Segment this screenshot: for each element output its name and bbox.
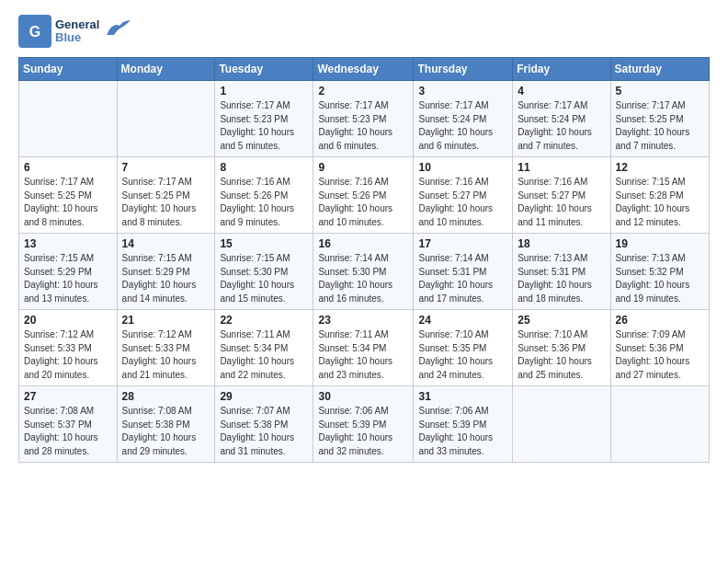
weekday-header-thursday: Thursday — [414, 58, 513, 81]
day-info: Sunrise: 7:15 AM Sunset: 5:29 PM Dayligh… — [24, 252, 112, 305]
calendar-cell: 29Sunrise: 7:07 AM Sunset: 5:38 PM Dayli… — [215, 386, 313, 463]
calendar-cell: 12Sunrise: 7:15 AM Sunset: 5:28 PM Dayli… — [610, 157, 709, 234]
day-number: 19 — [616, 237, 704, 250]
calendar-cell: 30Sunrise: 7:06 AM Sunset: 5:39 PM Dayli… — [313, 386, 414, 463]
calendar-cell: 11Sunrise: 7:16 AM Sunset: 5:27 PM Dayli… — [513, 157, 610, 234]
day-info: Sunrise: 7:17 AM Sunset: 5:24 PM Dayligh… — [518, 99, 605, 153]
day-info: Sunrise: 7:08 AM Sunset: 5:37 PM Dayligh… — [24, 405, 112, 458]
calendar-cell: 27Sunrise: 7:08 AM Sunset: 5:37 PM Dayli… — [19, 386, 118, 463]
calendar-cell: 22Sunrise: 7:11 AM Sunset: 5:34 PM Dayli… — [215, 310, 313, 386]
day-number: 14 — [122, 237, 210, 250]
day-number: 12 — [616, 161, 704, 174]
day-info: Sunrise: 7:12 AM Sunset: 5:33 PM Dayligh… — [122, 328, 210, 382]
day-info: Sunrise: 7:15 AM Sunset: 5:29 PM Dayligh… — [122, 252, 210, 305]
calendar-cell: 28Sunrise: 7:08 AM Sunset: 5:38 PM Dayli… — [117, 386, 215, 463]
day-info: Sunrise: 7:17 AM Sunset: 5:25 PM Dayligh… — [24, 176, 112, 229]
calendar-cell: 31Sunrise: 7:06 AM Sunset: 5:39 PM Dayli… — [414, 386, 513, 463]
calendar-cell: 14Sunrise: 7:15 AM Sunset: 5:29 PM Dayli… — [117, 234, 215, 310]
day-number: 31 — [418, 390, 507, 403]
calendar-cell: 25Sunrise: 7:10 AM Sunset: 5:36 PM Dayli… — [513, 310, 610, 386]
calendar-cell: 5Sunrise: 7:17 AM Sunset: 5:25 PM Daylig… — [610, 81, 709, 157]
day-info: Sunrise: 7:17 AM Sunset: 5:25 PM Dayligh… — [616, 99, 704, 153]
day-info: Sunrise: 7:13 AM Sunset: 5:32 PM Dayligh… — [616, 252, 704, 305]
calendar-cell: 17Sunrise: 7:14 AM Sunset: 5:31 PM Dayli… — [414, 234, 513, 310]
calendar-cell: 1Sunrise: 7:17 AM Sunset: 5:23 PM Daylig… — [215, 81, 313, 157]
day-info: Sunrise: 7:17 AM Sunset: 5:23 PM Dayligh… — [318, 99, 408, 153]
calendar-cell: 26Sunrise: 7:09 AM Sunset: 5:36 PM Dayli… — [610, 310, 709, 386]
day-number: 29 — [220, 390, 308, 403]
day-number: 3 — [418, 85, 507, 98]
calendar-cell: 6Sunrise: 7:17 AM Sunset: 5:25 PM Daylig… — [19, 157, 118, 234]
day-info: Sunrise: 7:12 AM Sunset: 5:33 PM Dayligh… — [24, 328, 112, 382]
day-info: Sunrise: 7:07 AM Sunset: 5:38 PM Dayligh… — [220, 405, 308, 458]
day-number: 7 — [122, 161, 210, 174]
svg-text:G: G — [29, 24, 40, 40]
day-info: Sunrise: 7:14 AM Sunset: 5:31 PM Dayligh… — [418, 252, 507, 305]
day-number: 25 — [518, 314, 605, 327]
calendar-cell: 19Sunrise: 7:13 AM Sunset: 5:32 PM Dayli… — [610, 234, 709, 310]
calendar-cell — [513, 386, 610, 463]
day-info: Sunrise: 7:10 AM Sunset: 5:35 PM Dayligh… — [418, 328, 507, 382]
day-info: Sunrise: 7:06 AM Sunset: 5:39 PM Dayligh… — [418, 405, 507, 458]
day-info: Sunrise: 7:06 AM Sunset: 5:39 PM Dayligh… — [318, 405, 408, 458]
calendar-cell — [19, 81, 118, 157]
calendar-cell: 4Sunrise: 7:17 AM Sunset: 5:24 PM Daylig… — [513, 81, 610, 157]
page-header: G General Blue — [18, 15, 710, 48]
weekday-header-friday: Friday — [513, 58, 610, 81]
day-number: 4 — [518, 85, 605, 98]
calendar-cell: 2Sunrise: 7:17 AM Sunset: 5:23 PM Daylig… — [313, 81, 414, 157]
day-number: 15 — [220, 237, 308, 250]
weekday-header-wednesday: Wednesday — [313, 58, 414, 81]
weekday-header-tuesday: Tuesday — [215, 58, 313, 81]
day-number: 13 — [24, 237, 112, 250]
day-info: Sunrise: 7:08 AM Sunset: 5:38 PM Dayligh… — [122, 405, 210, 458]
day-number: 23 — [318, 314, 408, 327]
day-number: 5 — [616, 85, 704, 98]
calendar-cell: 23Sunrise: 7:11 AM Sunset: 5:34 PM Dayli… — [313, 310, 414, 386]
day-info: Sunrise: 7:13 AM Sunset: 5:31 PM Dayligh… — [518, 252, 605, 305]
day-number: 10 — [418, 161, 507, 174]
day-number: 9 — [318, 161, 408, 174]
weekday-header-monday: Monday — [117, 58, 215, 81]
day-number: 27 — [24, 390, 112, 403]
calendar-cell: 21Sunrise: 7:12 AM Sunset: 5:33 PM Dayli… — [117, 310, 215, 386]
day-number: 8 — [220, 161, 308, 174]
calendar-cell: 15Sunrise: 7:15 AM Sunset: 5:30 PM Dayli… — [215, 234, 313, 310]
calendar-cell: 8Sunrise: 7:16 AM Sunset: 5:26 PM Daylig… — [215, 157, 313, 234]
day-info: Sunrise: 7:16 AM Sunset: 5:26 PM Dayligh… — [318, 176, 408, 229]
weekday-header-sunday: Sunday — [19, 58, 118, 81]
day-number: 21 — [122, 314, 210, 327]
logo: G General Blue — [18, 15, 131, 48]
day-info: Sunrise: 7:11 AM Sunset: 5:34 PM Dayligh… — [220, 328, 308, 382]
day-number: 20 — [24, 314, 112, 327]
day-number: 1 — [220, 85, 308, 98]
calendar-cell: 10Sunrise: 7:16 AM Sunset: 5:27 PM Dayli… — [414, 157, 513, 234]
day-number: 2 — [318, 85, 408, 98]
day-info: Sunrise: 7:15 AM Sunset: 5:30 PM Dayligh… — [220, 252, 308, 305]
calendar-cell: 16Sunrise: 7:14 AM Sunset: 5:30 PM Dayli… — [313, 234, 414, 310]
day-number: 18 — [518, 237, 605, 250]
calendar-cell: 13Sunrise: 7:15 AM Sunset: 5:29 PM Dayli… — [19, 234, 118, 310]
calendar-cell — [610, 386, 709, 463]
day-number: 30 — [318, 390, 408, 403]
day-number: 16 — [318, 237, 408, 250]
calendar-cell: 20Sunrise: 7:12 AM Sunset: 5:33 PM Dayli… — [19, 310, 118, 386]
day-info: Sunrise: 7:17 AM Sunset: 5:23 PM Dayligh… — [220, 99, 308, 153]
day-info: Sunrise: 7:16 AM Sunset: 5:26 PM Dayligh… — [220, 176, 308, 229]
day-info: Sunrise: 7:15 AM Sunset: 5:28 PM Dayligh… — [616, 176, 704, 229]
day-info: Sunrise: 7:11 AM Sunset: 5:34 PM Dayligh… — [318, 328, 408, 382]
calendar-cell: 18Sunrise: 7:13 AM Sunset: 5:31 PM Dayli… — [513, 234, 610, 310]
day-info: Sunrise: 7:10 AM Sunset: 5:36 PM Dayligh… — [518, 328, 605, 382]
calendar-cell: 3Sunrise: 7:17 AM Sunset: 5:24 PM Daylig… — [414, 81, 513, 157]
day-info: Sunrise: 7:09 AM Sunset: 5:36 PM Dayligh… — [616, 328, 704, 382]
calendar-cell — [117, 81, 215, 157]
day-info: Sunrise: 7:16 AM Sunset: 5:27 PM Dayligh… — [518, 176, 605, 229]
calendar-cell: 9Sunrise: 7:16 AM Sunset: 5:26 PM Daylig… — [313, 157, 414, 234]
day-number: 26 — [616, 314, 704, 327]
day-number: 17 — [418, 237, 507, 250]
day-number: 11 — [518, 161, 605, 174]
day-number: 22 — [220, 314, 308, 327]
day-info: Sunrise: 7:17 AM Sunset: 5:25 PM Dayligh… — [122, 176, 210, 229]
day-info: Sunrise: 7:17 AM Sunset: 5:24 PM Dayligh… — [418, 99, 507, 153]
day-number: 24 — [418, 314, 507, 327]
